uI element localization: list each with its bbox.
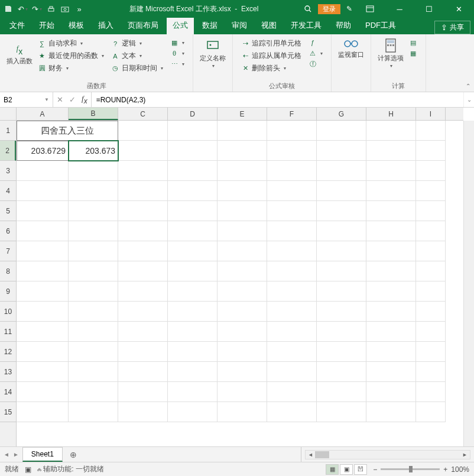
scroll-left-icon[interactable]: ◄ bbox=[308, 452, 313, 458]
column-header[interactable]: B bbox=[69, 108, 118, 120]
cell[interactable] bbox=[217, 382, 267, 402]
tab-view[interactable]: 视图 bbox=[255, 18, 283, 34]
column-header[interactable]: C bbox=[118, 108, 168, 120]
cell[interactable] bbox=[416, 141, 446, 161]
cell[interactable] bbox=[118, 141, 168, 161]
maximize-button[interactable]: ☐ bbox=[417, 1, 441, 17]
view-page-layout-button[interactable]: ▣ bbox=[340, 464, 353, 475]
cell[interactable] bbox=[366, 302, 416, 322]
column-header[interactable]: E bbox=[217, 108, 267, 120]
row-header[interactable]: 13 bbox=[0, 362, 16, 382]
collapse-ribbon-icon[interactable]: ⌃ bbox=[466, 83, 470, 89]
cell[interactable] bbox=[69, 322, 118, 342]
cell[interactable] bbox=[317, 221, 366, 241]
cell[interactable] bbox=[217, 261, 267, 281]
cell[interactable] bbox=[267, 402, 317, 422]
cell[interactable] bbox=[168, 161, 217, 181]
cell[interactable] bbox=[217, 241, 267, 261]
cell[interactable] bbox=[366, 181, 416, 201]
brush-icon[interactable]: ✎ bbox=[346, 5, 352, 13]
cell[interactable] bbox=[69, 181, 118, 201]
calc-options-button[interactable]: 计算选项▾ bbox=[376, 37, 405, 70]
close-button[interactable]: ✕ bbox=[447, 1, 470, 17]
more-functions-button[interactable]: ⋯▾ bbox=[169, 59, 186, 69]
math-button[interactable]: θ▾ bbox=[169, 48, 186, 58]
cell[interactable] bbox=[69, 281, 118, 302]
cell[interactable] bbox=[168, 302, 217, 322]
row-header[interactable]: 2 bbox=[0, 141, 16, 161]
cell[interactable] bbox=[69, 382, 118, 402]
cell[interactable] bbox=[366, 402, 416, 422]
cell[interactable] bbox=[366, 241, 416, 261]
login-button[interactable]: 登录 bbox=[318, 4, 340, 14]
cell[interactable] bbox=[317, 302, 366, 322]
cell[interactable] bbox=[416, 382, 446, 402]
trace-dependents-button[interactable]: ⇠追踪从属单元格 bbox=[240, 50, 303, 61]
cell[interactable] bbox=[17, 342, 69, 362]
cell[interactable] bbox=[317, 322, 366, 342]
cell[interactable] bbox=[267, 342, 317, 362]
cell[interactable] bbox=[118, 201, 168, 221]
calc-sheet-button[interactable]: ▦ bbox=[408, 48, 418, 58]
cell[interactable] bbox=[366, 362, 416, 382]
cell[interactable] bbox=[118, 261, 168, 281]
select-all-corner[interactable] bbox=[0, 108, 17, 121]
cell[interactable] bbox=[17, 261, 69, 281]
cell[interactable] bbox=[366, 121, 416, 141]
cell[interactable] bbox=[317, 141, 366, 161]
cell[interactable] bbox=[317, 201, 366, 221]
error-check-button[interactable]: ⚠▾ bbox=[307, 48, 324, 58]
cell[interactable] bbox=[118, 241, 168, 261]
cell[interactable] bbox=[416, 261, 446, 281]
row-header[interactable]: 5 bbox=[0, 201, 16, 221]
tab-pdf[interactable]: PDF工具 bbox=[359, 18, 402, 34]
cell[interactable] bbox=[416, 302, 446, 322]
cell[interactable] bbox=[416, 241, 446, 261]
cell[interactable] bbox=[317, 362, 366, 382]
cell[interactable] bbox=[217, 181, 267, 201]
cell[interactable] bbox=[69, 201, 118, 221]
column-header[interactable]: D bbox=[168, 108, 217, 120]
overflow-icon[interactable]: » bbox=[74, 4, 84, 14]
cell[interactable] bbox=[217, 121, 267, 141]
fx-icon[interactable]: fx bbox=[82, 94, 87, 105]
row-header[interactable]: 4 bbox=[0, 181, 16, 201]
cell[interactable] bbox=[217, 302, 267, 322]
tab-review[interactable]: 审阅 bbox=[226, 18, 253, 34]
watch-window-button[interactable]: 监视窗口 bbox=[336, 37, 366, 60]
row-header[interactable]: 1 bbox=[0, 121, 16, 141]
cell[interactable] bbox=[69, 342, 118, 362]
row-header[interactable]: 7 bbox=[0, 241, 16, 261]
cell[interactable] bbox=[17, 382, 69, 402]
cell[interactable] bbox=[217, 322, 267, 342]
text-button[interactable]: A文本▾ bbox=[110, 50, 164, 61]
search-icon[interactable] bbox=[304, 5, 312, 13]
cell[interactable] bbox=[416, 402, 446, 422]
cell[interactable] bbox=[416, 201, 446, 221]
cell[interactable] bbox=[366, 141, 416, 161]
cell[interactable] bbox=[17, 241, 69, 261]
cell[interactable] bbox=[217, 362, 267, 382]
tab-insert[interactable]: 插入 bbox=[92, 18, 119, 34]
tab-formulas[interactable]: 公式 bbox=[167, 18, 194, 34]
cell[interactable] bbox=[267, 181, 317, 201]
cell[interactable] bbox=[69, 161, 118, 181]
zoom-in-icon[interactable]: + bbox=[443, 465, 447, 474]
row-header[interactable]: 6 bbox=[0, 221, 16, 241]
cell[interactable] bbox=[17, 221, 69, 241]
tab-file[interactable]: 文件 bbox=[4, 18, 31, 34]
recent-functions-button[interactable]: ★最近使用的函数▾ bbox=[37, 50, 105, 61]
expand-formula-bar-icon[interactable]: ⌄ bbox=[463, 92, 474, 107]
cell[interactable] bbox=[267, 241, 317, 261]
cell[interactable] bbox=[118, 342, 168, 362]
add-sheet-button[interactable]: ⊕ bbox=[66, 449, 80, 461]
print-icon[interactable] bbox=[46, 4, 56, 14]
cell[interactable] bbox=[168, 382, 217, 402]
tab-data[interactable]: 数据 bbox=[196, 18, 223, 34]
zoom-slider[interactable] bbox=[381, 468, 440, 470]
cell[interactable] bbox=[217, 141, 267, 161]
logical-button[interactable]: ?逻辑▾ bbox=[110, 38, 164, 49]
cell[interactable] bbox=[118, 402, 168, 422]
cell[interactable] bbox=[168, 402, 217, 422]
cell[interactable] bbox=[17, 161, 69, 181]
